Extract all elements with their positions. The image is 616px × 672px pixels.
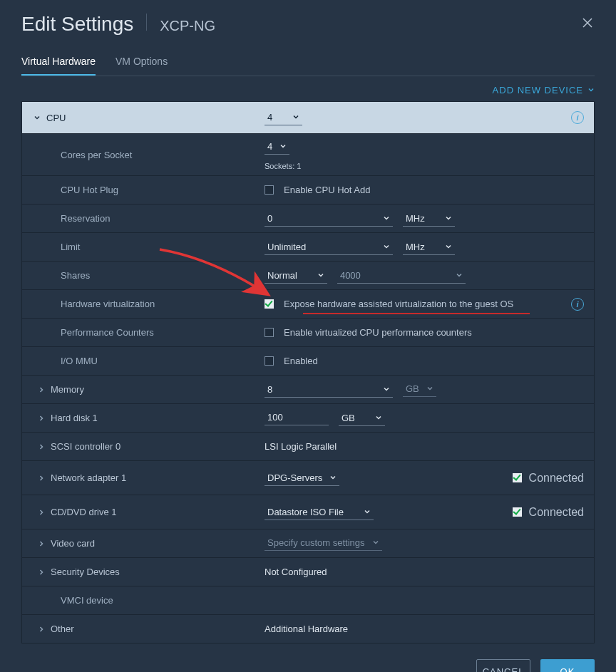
hard-disk-unit-select[interactable]: GB (339, 410, 385, 426)
row-cpu[interactable]: CPU 4 i (22, 102, 594, 133)
chevron-down-icon (34, 114, 41, 121)
chevron-down-icon (372, 537, 379, 548)
shares-label: Shares (61, 270, 90, 281)
shares-value-select[interactable]: 4000 (337, 268, 466, 284)
chevron-down-icon (383, 213, 390, 224)
chevron-down-icon (445, 242, 452, 252)
cpu-label: CPU (46, 113, 66, 123)
row-memory[interactable]: Memory 8 GB (22, 375, 594, 403)
perf-counters-checkbox[interactable] (265, 328, 274, 337)
cd-select[interactable]: Datastore ISO File (265, 505, 374, 520)
shares-mode: Normal (267, 270, 297, 281)
memory-unit-select[interactable]: GB (403, 382, 436, 397)
chevron-down-icon (587, 85, 595, 95)
memory-value-select[interactable]: 8 (265, 382, 393, 398)
chevron-down-icon (279, 141, 287, 152)
reservation-select[interactable]: 0 (265, 211, 393, 227)
limit-unit-select[interactable]: MHz (403, 239, 455, 255)
memory-label: Memory (51, 384, 84, 395)
reservation-unit: MHz (406, 213, 425, 224)
limit-value: Unlimited (267, 242, 306, 252)
cores-per-socket-select[interactable]: 4 (265, 139, 289, 155)
network-select[interactable]: DPG-Servers (265, 470, 339, 486)
title-divider (146, 14, 147, 31)
chevron-down-icon (445, 213, 452, 224)
dialog-title: Edit Settings (21, 13, 133, 36)
row-cores-per-socket: Cores per Socket 4 Sockets: 1 (22, 133, 594, 175)
close-icon[interactable] (580, 16, 595, 33)
edit-settings-dialog: Edit Settings XCP-NG Virtual Hardware VM… (0, 0, 616, 672)
cpu-hot-add-checkbox[interactable] (265, 185, 274, 195)
chevron-right-icon (38, 509, 45, 516)
cpu-hot-add-label: Enable CPU Hot Add (284, 185, 370, 195)
security-value: Not Configured (265, 567, 327, 577)
row-security-devices[interactable]: Security Devices Not Configured (22, 557, 594, 586)
shares-value: 4000 (340, 270, 361, 281)
network-connected-checkbox[interactable] (513, 473, 522, 482)
io-mmu-label: I/O MMU (61, 356, 98, 366)
chevron-down-icon (292, 112, 299, 123)
chevron-down-icon (426, 383, 433, 394)
chevron-right-icon (38, 443, 45, 450)
memory-unit: GB (406, 383, 419, 394)
other-value: Additional Hardware (265, 624, 348, 634)
info-icon[interactable]: i (571, 298, 584, 311)
cd-value: Datastore ISO File (267, 507, 344, 517)
tab-vm-options[interactable]: VM Options (115, 56, 168, 76)
security-label: Security Devices (51, 567, 120, 577)
row-limit: Limit Unlimited MHz (22, 232, 594, 261)
io-mmu-enabled-label: Enabled (284, 356, 318, 366)
chevron-down-icon (375, 413, 382, 423)
chevron-down-icon (456, 270, 463, 281)
chevron-right-icon (38, 626, 45, 633)
chevron-right-icon (38, 569, 45, 576)
performance-counters-label: Performance Counters (61, 327, 154, 338)
chevron-right-icon (38, 540, 45, 547)
annotation-underline (303, 313, 530, 314)
row-cd-dvd-drive-1[interactable]: CD/DVD drive 1 Datastore ISO File Connec… (22, 495, 594, 529)
scsi-label: SCSI controller 0 (51, 441, 120, 452)
reservation-value: 0 (267, 213, 272, 224)
limit-select[interactable]: Unlimited (265, 239, 393, 255)
shares-mode-select[interactable]: Normal (265, 268, 327, 284)
network-value: DPG-Servers (267, 472, 322, 483)
ok-button[interactable]: OK (540, 659, 595, 672)
row-shares: Shares Normal 4000 (22, 261, 594, 289)
cd-connected-label: Connected (529, 506, 584, 519)
limit-unit: MHz (406, 242, 425, 252)
scsi-value: LSI Logic Parallel (265, 441, 337, 452)
video-label: Video card (51, 538, 95, 549)
row-video-card[interactable]: Video card Specify custom settings (22, 529, 594, 557)
cores-per-socket-label: Cores per Socket (61, 150, 132, 160)
reservation-unit-select[interactable]: MHz (403, 211, 455, 227)
hard-disk-label: Hard disk 1 (51, 413, 98, 423)
row-io-mmu: I/O MMU Enabled (22, 346, 594, 375)
tabs: Virtual Hardware VM Options (21, 56, 595, 76)
chevron-right-icon (38, 415, 45, 422)
row-reservation: Reservation 0 MHz (22, 204, 594, 232)
row-cpu-hot-plug: CPU Hot Plug Enable CPU Hot Add (22, 175, 594, 204)
row-scsi-controller-0[interactable]: SCSI controller 0 LSI Logic Parallel (22, 432, 594, 460)
cancel-button[interactable]: CANCEL (476, 659, 530, 672)
network-connected-label: Connected (529, 472, 584, 485)
vm-name: XCP-NG (160, 18, 215, 34)
cd-connected-checkbox[interactable] (513, 507, 522, 517)
hard-disk-unit: GB (342, 413, 355, 423)
row-network-adapter-1[interactable]: Network adapter 1 DPG-Servers Connected (22, 460, 594, 495)
row-other[interactable]: Other Additional Hardware (22, 614, 594, 643)
tab-virtual-hardware[interactable]: Virtual Hardware (21, 56, 96, 76)
io-mmu-checkbox[interactable] (265, 356, 274, 366)
hard-disk-size-input[interactable] (265, 410, 329, 425)
memory-value: 8 (267, 384, 272, 395)
settings-table: CPU 4 i Cores per Socket 4 Sockets: 1 (21, 101, 595, 643)
expose-hv-checkbox[interactable] (265, 299, 274, 309)
video-select[interactable]: Specify custom settings (265, 536, 382, 551)
add-new-device-button[interactable]: ADD NEW DEVICE (493, 85, 595, 95)
cores-per-socket-value: 4 (267, 141, 272, 152)
perf-counters-label: Enable virtualized CPU performance count… (284, 327, 472, 338)
info-icon[interactable]: i (571, 111, 584, 124)
cpu-count-select[interactable]: 4 (265, 110, 302, 125)
row-hard-disk-1[interactable]: Hard disk 1 GB (22, 403, 594, 432)
chevron-down-icon (329, 472, 337, 483)
cd-label: CD/DVD drive 1 (51, 507, 116, 517)
